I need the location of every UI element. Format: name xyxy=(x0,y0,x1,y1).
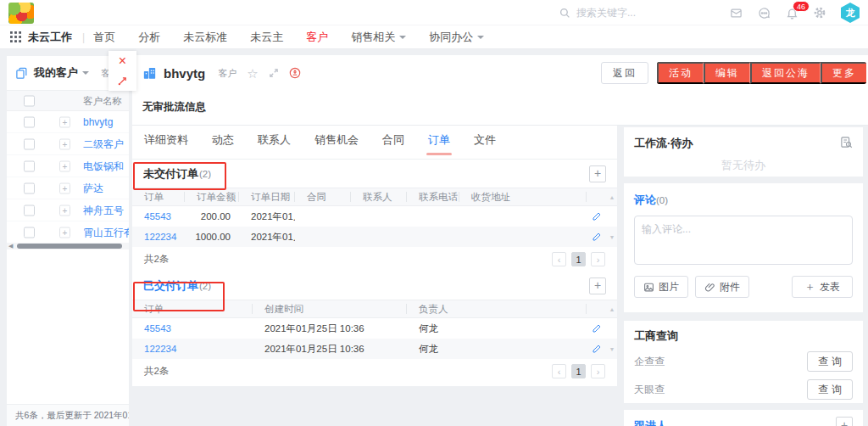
scrollbar-thumb[interactable] xyxy=(17,244,122,249)
fullscreen-icon[interactable] xyxy=(269,68,279,78)
order-link[interactable]: 122234 xyxy=(132,232,185,242)
scroll-up-arrow[interactable]: ▲ xyxy=(607,194,617,200)
chevron-down-icon[interactable] xyxy=(82,71,89,78)
expand-plus-icon[interactable]: + xyxy=(59,138,70,149)
nav-item-0[interactable]: 首页 xyxy=(93,30,115,45)
row-checkbox[interactable] xyxy=(24,227,35,238)
next-page-button[interactable]: › xyxy=(591,364,605,378)
customer-row[interactable]: +霄山五行有限 xyxy=(7,221,129,244)
customer-link[interactable]: 霄山五行有限 xyxy=(83,225,129,239)
customer-link[interactable]: 电饭锅和 xyxy=(83,159,129,173)
customer-link[interactable]: 神舟五号 xyxy=(83,203,129,217)
customer-row[interactable]: +电饭锅和 xyxy=(7,155,129,177)
nav-item-6[interactable]: 协同办公 xyxy=(429,30,484,45)
column-header: 订单 xyxy=(132,192,185,202)
nav-item-3[interactable]: 未云主 xyxy=(250,30,283,45)
customer-row[interactable]: +神舟五号 xyxy=(7,199,129,221)
image-button[interactable]: 图片 xyxy=(634,276,688,298)
add-delivered-order-button[interactable]: + xyxy=(589,277,606,294)
edit-pencil-icon[interactable] xyxy=(587,344,607,354)
tab-1[interactable]: 动态 xyxy=(212,132,234,159)
comments-count: (0) xyxy=(656,195,668,205)
undelivered-pagination: ‹ 1 › xyxy=(552,252,605,266)
order-link[interactable]: 45543 xyxy=(132,211,185,221)
tab-0[interactable]: 详细资料 xyxy=(144,132,188,159)
table-header-row: 订单创建时间负责人▲ xyxy=(132,300,617,318)
table-header-row: 订单订单金额订单日期合同联系人联系电话收货地址▲ xyxy=(132,188,617,206)
nav-item-label: 首页 xyxy=(93,30,115,45)
row-checkbox[interactable] xyxy=(24,205,35,216)
customer-link[interactable]: 二级客户 xyxy=(83,137,129,151)
current-page[interactable]: 1 xyxy=(571,252,586,266)
lookup-button-1[interactable]: 查询 xyxy=(807,379,853,400)
nav-item-2[interactable]: 未云标准 xyxy=(183,30,227,45)
row-checkbox[interactable] xyxy=(24,160,35,171)
app-logo[interactable] xyxy=(8,3,34,24)
row-checkbox[interactable] xyxy=(24,116,35,127)
action-button-0[interactable]: 活动 xyxy=(657,62,704,84)
expand-plus-icon[interactable]: + xyxy=(59,182,70,193)
expand-plus-icon[interactable]: + xyxy=(59,116,70,127)
select-all-checkbox[interactable] xyxy=(24,95,35,106)
scroll-down-arrow[interactable]: ▼ xyxy=(607,346,617,352)
list-view-title[interactable]: 我的客户 xyxy=(34,65,78,81)
expand-diagonal-icon[interactable] xyxy=(108,71,136,92)
plus-icon: ＋ xyxy=(804,279,815,294)
attachment-button[interactable]: 附件 xyxy=(695,276,749,298)
comment-input[interactable] xyxy=(634,216,853,265)
current-page[interactable]: 1 xyxy=(571,364,586,378)
partial-card-add-button[interactable]: + xyxy=(836,417,853,426)
order-link[interactable]: 45543 xyxy=(132,323,253,334)
apps-grid-icon[interactable] xyxy=(10,31,21,42)
next-page-button[interactable]: › xyxy=(591,252,605,266)
list-search-icon[interactable] xyxy=(840,136,853,149)
nav-item-1[interactable]: 分析 xyxy=(138,30,160,45)
tab-4[interactable]: 合同 xyxy=(382,132,404,159)
action-button-1[interactable]: 编辑 xyxy=(704,62,750,84)
row-checkbox[interactable] xyxy=(24,138,35,149)
customer-type-label: 客户 xyxy=(218,67,236,80)
back-button[interactable]: 返回 xyxy=(601,62,648,84)
expand-plus-icon[interactable]: + xyxy=(59,227,70,238)
tab-3[interactable]: 销售机会 xyxy=(314,132,359,159)
customer-row[interactable]: +萨达 xyxy=(7,177,129,199)
customer-row[interactable]: +bhvytg xyxy=(7,111,129,133)
expand-plus-icon[interactable]: + xyxy=(59,205,70,216)
close-icon[interactable]: × xyxy=(108,51,136,71)
customer-row[interactable]: +二级客户 xyxy=(7,133,129,155)
action-button-2[interactable]: 退回公海 xyxy=(750,62,821,84)
lookup-button-0[interactable]: 查询 xyxy=(807,351,853,372)
mail-icon[interactable] xyxy=(729,6,743,20)
customer-link[interactable]: bhvytg xyxy=(83,116,129,128)
gear-icon[interactable] xyxy=(813,6,826,20)
action-button-3[interactable]: 更多 xyxy=(821,62,866,84)
floating-annotation-tool: × xyxy=(108,51,136,91)
tab-6[interactable]: 文件 xyxy=(474,132,496,159)
prev-page-button[interactable]: ‹ xyxy=(552,364,566,378)
order-link[interactable]: 122234 xyxy=(132,344,253,354)
nav-item-5[interactable]: 销售相关 xyxy=(351,30,406,45)
bell-icon[interactable]: 46 xyxy=(785,6,798,20)
edit-pencil-icon[interactable] xyxy=(587,323,607,334)
scroll-left-arrow[interactable]: ◀ xyxy=(8,243,13,249)
seal-icon[interactable] xyxy=(289,67,301,79)
tab-2[interactable]: 联系人 xyxy=(258,132,291,159)
global-search[interactable]: 搜索关键字... xyxy=(559,0,636,25)
expand-plus-icon[interactable]: + xyxy=(59,160,70,171)
edit-pencil-icon[interactable] xyxy=(587,211,607,221)
row-checkbox[interactable] xyxy=(24,182,35,193)
favorite-star-icon[interactable]: ☆ xyxy=(247,67,258,80)
column-header: 订单日期 xyxy=(239,192,295,202)
scroll-up-arrow[interactable]: ▲ xyxy=(607,306,617,312)
customer-link[interactable]: 萨达 xyxy=(83,181,129,195)
nav-item-4[interactable]: 客户 xyxy=(306,30,328,45)
edit-pencil-icon[interactable] xyxy=(587,232,607,242)
scroll-down-arrow[interactable]: ▼ xyxy=(607,234,617,240)
chat-icon[interactable] xyxy=(757,6,771,20)
avatar[interactable]: 龙 xyxy=(841,3,860,23)
horizontal-scrollbar[interactable]: ◀ xyxy=(7,243,129,249)
post-comment-button[interactable]: ＋ 发表 xyxy=(792,276,853,298)
tab-5[interactable]: 订单 xyxy=(428,132,450,159)
prev-page-button[interactable]: ‹ xyxy=(552,252,566,266)
add-undelivered-order-button[interactable]: + xyxy=(589,165,606,182)
